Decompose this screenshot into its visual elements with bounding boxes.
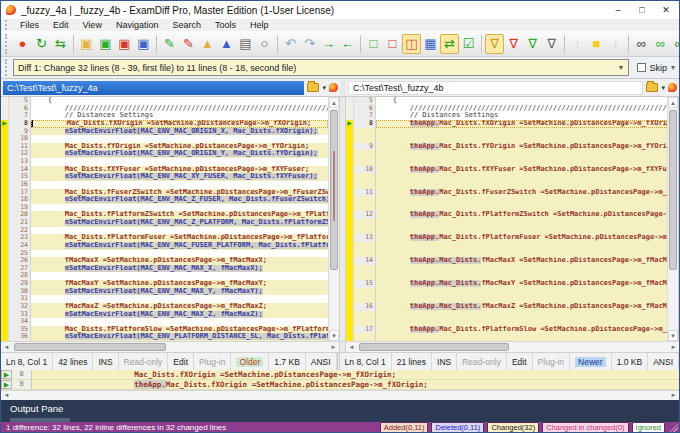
save-first-file-icon[interactable]: ▣ [96, 34, 115, 54]
right-code-line-7[interactable]: 7 // Distances Settings [346, 112, 667, 120]
left-scroll-down-icon[interactable]: ▼ [329, 330, 339, 341]
left-code-line-21[interactable]: 21 nSetMacEnvirFloat(MAC_ENV_MAC_Z_PLATF… [1, 219, 328, 227]
status-ins[interactable]: INS [432, 353, 457, 370]
filter-deleted-icon[interactable]: ∇ [504, 34, 523, 54]
left-scrollbar-thumb[interactable] [330, 110, 338, 270]
left-code-line-16[interactable]: 16 [1, 181, 328, 189]
status-1-7-kb[interactable]: 1.7 KB [269, 353, 306, 370]
right-code-line-gap[interactable] [346, 227, 667, 235]
right-code-line-6[interactable]: 6 //////////////////////////////////////… [346, 105, 667, 113]
right-code-line-gap[interactable] [346, 173, 667, 181]
right-code-line-gap[interactable] [346, 311, 667, 319]
left-code-line-34[interactable]: 34 [1, 318, 328, 326]
right-code-line-gap[interactable] [346, 219, 667, 227]
show-deleted-icon[interactable]: □ [383, 34, 402, 54]
left-code-line-7[interactable]: 7 // Distances Settings [1, 112, 328, 120]
edit-first-file-icon[interactable]: ✎ [160, 34, 179, 54]
close-button[interactable]: ✕ [658, 4, 674, 17]
status-edit[interactable]: Edit [507, 353, 533, 370]
undo-icon[interactable]: ↶ [281, 34, 300, 54]
left-scroll-up-icon[interactable]: ▲ [329, 97, 339, 108]
swap-files-icon[interactable]: ⇆ [51, 34, 70, 54]
right-code-line-gap[interactable] [346, 196, 667, 204]
output-pane[interactable]: Output Pane [1, 400, 679, 422]
right-code-line-10[interactable]: 10 theApp.Mac_Dists.fXYFuser =SetMachine… [346, 166, 667, 174]
right-code-line-14[interactable]: 14 theApp.Mac_Dists.fMacMaxX =SetMachine… [346, 257, 667, 265]
left-hscroll-thumb[interactable] [14, 343, 166, 351]
edit-second-file-icon[interactable]: ✎ [179, 34, 198, 54]
right-code-line-gap[interactable] [346, 318, 667, 326]
left-code-line-5[interactable]: 5 { [1, 97, 328, 105]
right-code-line-gap[interactable] [346, 135, 667, 143]
right-code-line-13[interactable]: 13 theApp.Mac_Dists.fPlatformFuser =SetM… [346, 234, 667, 242]
current-diff-row-second[interactable]: ▶8 theApp.Mac_Dists.fXOrigin =SetMachine… [1, 380, 679, 390]
prev-change-icon[interactable]: ← [338, 34, 357, 54]
left-code-line-32[interactable]: 32 fMacMaxZ =SetMachine.pDistancesPage->… [1, 303, 328, 311]
status-1-0-kb[interactable]: 1.0 KB [612, 353, 649, 370]
right-code-line-9[interactable]: 9 theApp.Mac_Dists.fYOrigin =SetMachine.… [346, 143, 667, 151]
right-code-line-11[interactable]: 11 theApp.Mac_Dists.fFuserZSwitch =SetMa… [346, 189, 667, 197]
bottom-horizontal-scrollbar[interactable]: ◄ ► [1, 390, 679, 400]
left-folder-dropdown-icon[interactable]: ▾ [322, 84, 326, 92]
save-all-icon[interactable]: ▣ [134, 34, 153, 54]
filter-all-diffs-icon[interactable]: ∇ [485, 34, 504, 54]
status-ln-8-col-1[interactable]: Ln 8, Col 1 [1, 353, 53, 370]
right-scroll-left-icon[interactable]: ◄ [346, 342, 357, 352]
left-code-line-35[interactable]: 35 Mac_Dists.fPlatformSlow =SetMachine.p… [1, 326, 328, 334]
right-code-line-gap[interactable] [346, 272, 667, 280]
right-code-line-gap[interactable] [346, 288, 667, 296]
left-scroll-right-icon[interactable]: ► [328, 342, 339, 352]
right-hscroll-thumb[interactable] [359, 343, 509, 351]
filter-added-icon[interactable]: ∇ [523, 34, 542, 54]
left-code-line-18[interactable]: 18 nSetMacEnvirFloat(MAC_ENV_MAC_Z_FUSER… [1, 196, 328, 204]
left-code-line-14[interactable]: 14 Mac_Dists.fXYFuser =SetMachine.pDista… [1, 166, 328, 174]
left-code-line-13[interactable]: 13 [1, 158, 328, 166]
minimize-button[interactable]: – [610, 4, 626, 17]
left-scroll-left-icon[interactable]: ◄ [1, 342, 12, 352]
left-vertical-scrollbar[interactable]: ▲ ▼ [328, 97, 339, 341]
resize-grip[interactable] [669, 423, 678, 432]
left-code-line-6[interactable]: 6 //////////////////////////////////////… [1, 105, 328, 113]
bottom-scroll-left-icon[interactable]: ◄ [1, 391, 12, 400]
right-code-line-16[interactable]: 16 theApp.Mac_Dists.fMacMaxZ =SetMachine… [346, 303, 667, 311]
find-prev-icon[interactable]: ∞ [670, 34, 679, 54]
synchronized-scrolling-icon[interactable]: ⇄ [440, 34, 459, 54]
right-code-line-17[interactable]: 17 theApp.Mac_Dists.fPlatformSlow =SetMa… [346, 326, 667, 334]
status-ansi[interactable]: ANSI [648, 353, 679, 370]
status-plug-in[interactable]: Plug-in [533, 353, 570, 370]
diffbar-overflow-icon[interactable]: ▾ [671, 63, 675, 72]
menu-tools[interactable]: Tools [208, 20, 243, 30]
filter-search-icon[interactable]: ∇ [542, 34, 561, 54]
right-code-pane[interactable]: 5 {6 ///////////////////////////////////… [346, 97, 679, 341]
status-read-only[interactable]: Read-only [119, 353, 169, 370]
right-vertical-scrollbar[interactable]: ▲ ▼ [667, 97, 678, 341]
left-code-line-19[interactable]: 19 [1, 204, 328, 212]
right-file-path[interactable]: C:\Test\Test\_fuzzy_4b [348, 81, 643, 95]
left-code-line-8[interactable]: ▶8 Mac_Dists.fXOrigin =SetMachine.pDista… [1, 120, 328, 128]
left-code-line-29[interactable]: 29 fMacMaxY =SetMachine.pDistancesPage->… [1, 280, 328, 288]
current-diff-row-first[interactable]: ▶8 Mac_Dists.fXOrigin =SetMachine.pDista… [1, 370, 679, 380]
maximize-button[interactable]: □ [634, 4, 650, 17]
menu-view[interactable]: View [76, 20, 109, 30]
status-ln-8-col-1[interactable]: Ln 8, Col 1 [340, 353, 392, 370]
left-code-line-10[interactable]: 10 [1, 135, 328, 143]
right-code-line-gap[interactable] [346, 181, 667, 189]
next-change-icon[interactable]: → [319, 34, 338, 54]
status-21-lines[interactable]: 21 lines [392, 353, 432, 370]
left-file-path[interactable]: C:\Test\Test\_fuzzy_4a [3, 81, 304, 95]
left-code-line-27[interactable]: 27 nSetMacEnvirFloat(MAC_ENV_MAC_MAX_X, … [1, 265, 328, 273]
menubar-gripper[interactable] [5, 20, 10, 30]
left-code-line-36[interactable]: 36 nSetMacEnvirFloat(MAC_ENV_PLATFORM_DI… [1, 333, 328, 341]
open-files-icon[interactable]: ▣ [77, 34, 96, 54]
right-code-line-5[interactable]: 5 { [346, 97, 667, 105]
left-compare-logo-icon[interactable] [329, 83, 338, 92]
right-code-line-12[interactable]: 12 theApp.Mac_Dists.fPlatformZSwitch =Se… [346, 211, 667, 219]
toolbar-gripper[interactable] [5, 34, 10, 54]
right-code-line-gap[interactable] [346, 265, 667, 273]
menu-files[interactable]: Files [13, 20, 46, 30]
right-horizontal-scrollbar[interactable]: ◄ ► [346, 342, 679, 352]
menu-edit[interactable]: Edit [46, 20, 76, 30]
status-edit[interactable]: Edit [168, 353, 194, 370]
left-code-line-12[interactable]: 12 nSetMacEnvirFloat(MAC_ENV_MAC_ORIGIN_… [1, 150, 328, 158]
menu-navigation[interactable]: Navigation [109, 20, 166, 30]
